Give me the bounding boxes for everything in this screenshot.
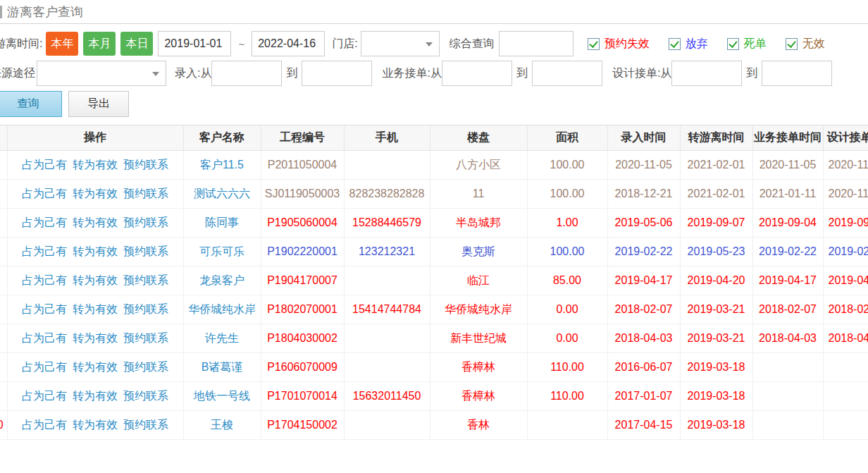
action-link[interactable]: 预约联系 [123, 274, 168, 286]
action-link[interactable]: 占为己有 [22, 390, 67, 402]
design-order-from-label: 设计接单:从 [612, 66, 671, 81]
action-link[interactable]: 转为有效 [73, 332, 118, 344]
design-order-to-input[interactable] [762, 61, 832, 86]
filter-row-secondary: 来源途径 录入:从 到 业务接单:从 到 设计接单:从 到 [0, 61, 868, 86]
action-link[interactable]: 预约联系 [123, 245, 168, 257]
clipped-left-cell [0, 382, 7, 411]
action-link[interactable]: 预约联系 [123, 419, 168, 431]
action-link[interactable]: 预约联系 [123, 361, 168, 373]
action-link[interactable]: 占为己有 [22, 245, 67, 257]
action-link[interactable]: 占为己有 [22, 188, 67, 199]
entry-from-input[interactable] [211, 61, 282, 86]
checkbox-checked-icon[interactable] [669, 38, 681, 50]
action-link[interactable]: 转为有效 [73, 419, 118, 431]
checkbox-checked-icon[interactable] [727, 38, 739, 50]
action-link[interactable]: 转为有效 [73, 274, 118, 286]
clipped-left-cell [0, 266, 7, 295]
action-link[interactable]: 占为己有 [22, 159, 67, 171]
action-links-cell: 占为己有转为有效预约联系 [7, 382, 183, 411]
action-link[interactable]: 占为己有 [22, 216, 67, 228]
biz-order-from-input[interactable] [442, 61, 512, 86]
table-row: 占为己有转为有效预约联系华侨城纯水岸P180207000115414744784… [0, 295, 868, 324]
action-links-cell: 占为己有转为有效预约联系 [7, 411, 183, 440]
customer-name-cell: 测试六六六 [183, 180, 261, 209]
checkbox-label: 无效 [802, 37, 825, 51]
checkbox-label: 放弃 [686, 37, 708, 51]
store-select[interactable] [361, 31, 440, 56]
action-link[interactable]: 转为有效 [73, 159, 118, 171]
customer-name-link[interactable]: 测试六六六 [194, 188, 250, 199]
entry-time-cell: 2016-06-07 [607, 353, 680, 382]
quick-btn-this-year[interactable]: 本年 [46, 32, 78, 56]
customer-name-link[interactable]: 龙泉客户 [199, 274, 244, 286]
results-table: 操作客户名称工程编号手机楼盘面积录入时间转游离时间业务接单时间设计接单时间 占为… [0, 125, 868, 440]
action-link[interactable]: 预约联系 [123, 303, 168, 315]
checkbox-checked-icon[interactable] [786, 38, 798, 50]
estate-cell: 临江 [430, 266, 527, 295]
clipped-left-cell [0, 238, 7, 266]
action-link[interactable]: 占为己有 [22, 361, 67, 373]
customer-name-link[interactable]: 华侨城纯水岸 [188, 303, 256, 315]
customer-name-link[interactable]: B诸葛谨 [202, 361, 243, 373]
checkbox-invalid[interactable]: 无效 [786, 37, 825, 51]
title-accent-bar [0, 6, 2, 18]
checkbox-abandoned[interactable]: 放弃 [669, 37, 708, 51]
design-order-time-cell: 2020-11 [823, 151, 868, 180]
quick-btn-today[interactable]: 本日 [120, 32, 153, 56]
export-button[interactable]: 导出 [68, 91, 129, 117]
action-link[interactable]: 转为有效 [73, 245, 118, 257]
action-link[interactable]: 预约联系 [123, 159, 168, 171]
column-header: 工程编号 [261, 125, 344, 151]
customer-name-cell: 可乐可乐 [183, 238, 261, 266]
action-link[interactable]: 预约联系 [123, 390, 168, 402]
table-row: 占为己有转为有效预约联系可乐可乐P1902220001123212321奥克斯1… [0, 238, 868, 266]
action-link[interactable]: 转为有效 [73, 303, 118, 315]
action-link[interactable]: 转为有效 [73, 361, 118, 373]
action-link[interactable]: 占为己有 [22, 419, 67, 431]
checkbox-dead-order[interactable]: 死单 [727, 37, 767, 51]
action-link[interactable]: 预约联系 [123, 188, 168, 199]
design-order-from-input[interactable] [671, 61, 742, 86]
customer-name-link[interactable]: 王梭 [211, 419, 233, 431]
action-link[interactable]: 转为有效 [73, 216, 118, 228]
action-link[interactable]: 占为己有 [22, 274, 67, 286]
combined-query-input[interactable] [499, 31, 574, 56]
customer-name-link[interactable]: 客户11.5 [200, 159, 244, 171]
estate-cell: 香樟林 [430, 353, 527, 382]
table-row: 占为己有转为有效预约联系客户11.5P2011050004八方小区100.002… [0, 151, 868, 180]
phone-cell [344, 353, 430, 382]
checkbox-reservation-expired[interactable]: 预约失效 [588, 37, 650, 51]
action-links-cell: 占为己有转为有效预约联系 [7, 238, 183, 266]
action-link[interactable]: 预约联系 [123, 332, 168, 344]
entry-to-input[interactable] [302, 61, 372, 86]
area-cell: 110.00 [527, 353, 607, 382]
column-header: 客户名称 [183, 125, 261, 151]
design-order-time-cell [823, 411, 868, 440]
customer-name-link[interactable]: 可乐可乐 [199, 245, 244, 257]
table-row: 占为己有转为有效预约联系B诸葛谨P1606070009香樟林110.002016… [0, 353, 868, 382]
date-from-input[interactable] [158, 31, 231, 56]
quick-btn-this-month[interactable]: 本月 [83, 32, 116, 56]
biz-order-to-input[interactable] [532, 61, 602, 86]
floating-time-cell: 2019-03-21 [680, 295, 752, 324]
customer-name-link[interactable]: 地铁一号线 [194, 390, 250, 402]
biz-order-from-label: 业务接单:从 [382, 66, 441, 81]
action-link[interactable]: 占为己有 [22, 303, 67, 315]
action-link[interactable]: 转为有效 [73, 390, 118, 402]
checkbox-checked-icon[interactable] [588, 38, 600, 50]
action-link[interactable]: 占为己有 [22, 332, 67, 344]
chevron-down-icon [426, 42, 433, 47]
entry-time-cell: 2018-04-03 [607, 324, 680, 353]
quick-date-buttons: 本年本月本日 [46, 32, 158, 56]
customer-name-link[interactable]: 许先生 [205, 332, 239, 344]
query-button[interactable]: 查询 [0, 91, 62, 117]
biz-order-time-cell [752, 382, 823, 411]
action-link[interactable]: 预约联系 [123, 216, 168, 228]
action-link[interactable]: 转为有效 [73, 188, 118, 199]
customer-name-link[interactable]: 陈同事 [205, 216, 239, 228]
entry-time-cell: 2019-05-06 [607, 209, 680, 238]
design-order-time-cell: 2019-09 [823, 209, 868, 238]
source-select[interactable] [37, 61, 166, 86]
phone-cell [344, 411, 430, 440]
date-to-input[interactable] [252, 31, 325, 56]
